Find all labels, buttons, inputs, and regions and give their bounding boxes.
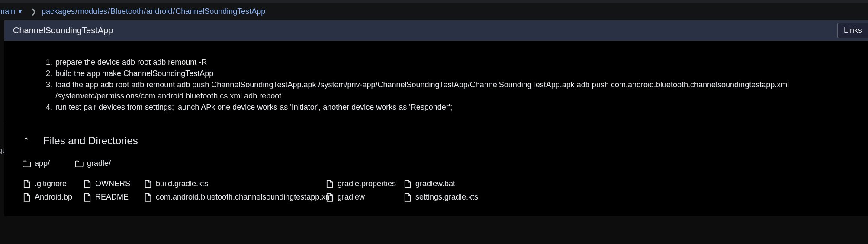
file-item[interactable]: gradle.properties	[325, 179, 403, 188]
readme-list: prepare the device adb root adb remount …	[30, 57, 842, 113]
file-icon	[23, 193, 31, 201]
breadcrumb-segment[interactable]: modules	[78, 7, 107, 16]
file-name: gradle.properties	[338, 179, 396, 188]
breadcrumb-segment[interactable]: android	[146, 7, 172, 16]
file-name: gradlew	[338, 193, 365, 202]
breadcrumb-segment[interactable]: Bluetooth	[110, 7, 143, 16]
files-section: ⌃ Files and Directories app/gradle/ .git…	[4, 124, 868, 216]
directory-name: app/	[35, 159, 50, 168]
breadcrumb-path: packages/modules/Bluetooth/android/Chann…	[42, 7, 265, 16]
file-name: README	[95, 193, 129, 202]
breadcrumb-slash: /	[75, 7, 77, 16]
file-name: build.gradle.kts	[156, 179, 208, 188]
file-icon	[403, 193, 412, 201]
directories-row: app/gradle/	[22, 159, 851, 168]
file-name: com.android.bluetooth.channelsoundingtes…	[156, 193, 334, 202]
file-icon	[325, 193, 334, 201]
file-item[interactable]: README	[83, 193, 144, 202]
files-grid: .gitignoreOWNERSbuild.gradle.ktsgradle.p…	[22, 179, 851, 202]
file-name: Android.bp	[35, 193, 72, 202]
file-item[interactable]: OWNERS	[83, 179, 144, 188]
readme-item: prepare the device adb root adb remount …	[55, 57, 842, 68]
breadcrumb-bar: main ▼ ❯ packages/modules/Bluetooth/andr…	[0, 3, 868, 20]
readme-item: load the app adb root adb remount adb pu…	[55, 79, 842, 101]
file-item[interactable]: settings.gradle.kts	[403, 193, 490, 202]
breadcrumb-segment[interactable]: packages	[42, 7, 75, 16]
folder-icon	[23, 160, 31, 168]
left-gutter-text: gt	[0, 147, 4, 155]
folder-icon	[75, 160, 84, 168]
file-item[interactable]: gradlew	[325, 193, 403, 202]
chevron-down-icon: ▼	[17, 8, 23, 15]
file-item[interactable]: build.gradle.kts	[144, 179, 325, 188]
branch-name: main	[0, 7, 15, 16]
collapse-icon[interactable]: ⌃	[22, 136, 30, 146]
breadcrumb-separator-icon: ❯	[31, 7, 36, 16]
breadcrumb-segment[interactable]: ChannelSoundingTestApp	[175, 7, 265, 16]
directory-item[interactable]: app/	[23, 159, 50, 168]
file-icon	[83, 193, 92, 201]
branch-selector[interactable]: main ▼	[0, 7, 26, 16]
breadcrumb-slash: /	[144, 7, 146, 16]
file-icon	[144, 180, 152, 188]
readme-content: prepare the device adb root adb remount …	[4, 41, 868, 124]
file-icon	[23, 180, 31, 188]
files-header: ⌃ Files and Directories	[22, 135, 851, 147]
file-icon	[83, 180, 92, 188]
links-button[interactable]: Links	[837, 23, 868, 38]
files-section-title: Files and Directories	[43, 135, 138, 147]
readme-item: build the app make ChannelSoundingTestAp…	[55, 68, 842, 79]
directory-item[interactable]: gradle/	[75, 159, 111, 168]
top-bar	[0, 0, 868, 3]
file-name: settings.gradle.kts	[415, 193, 478, 202]
file-item[interactable]: com.android.bluetooth.channelsoundingtes…	[144, 193, 325, 202]
file-item[interactable]: gradlew.bat	[403, 179, 490, 188]
file-name: gradlew.bat	[415, 179, 455, 188]
file-icon	[325, 180, 334, 188]
directory-title: ChannelSoundingTestApp	[13, 25, 113, 35]
file-name: OWNERS	[95, 179, 130, 188]
directory-name: gradle/	[87, 159, 111, 168]
file-item[interactable]: .gitignore	[23, 179, 83, 188]
file-icon	[403, 180, 412, 188]
directory-header: ChannelSoundingTestApp Links	[4, 20, 868, 41]
breadcrumb-slash: /	[173, 7, 175, 16]
file-name: .gitignore	[35, 179, 67, 188]
readme-item: run test pair devices from settings; lau…	[55, 101, 842, 113]
file-item[interactable]: Android.bp	[23, 193, 83, 202]
file-icon	[144, 193, 152, 201]
breadcrumb-slash: /	[108, 7, 110, 16]
